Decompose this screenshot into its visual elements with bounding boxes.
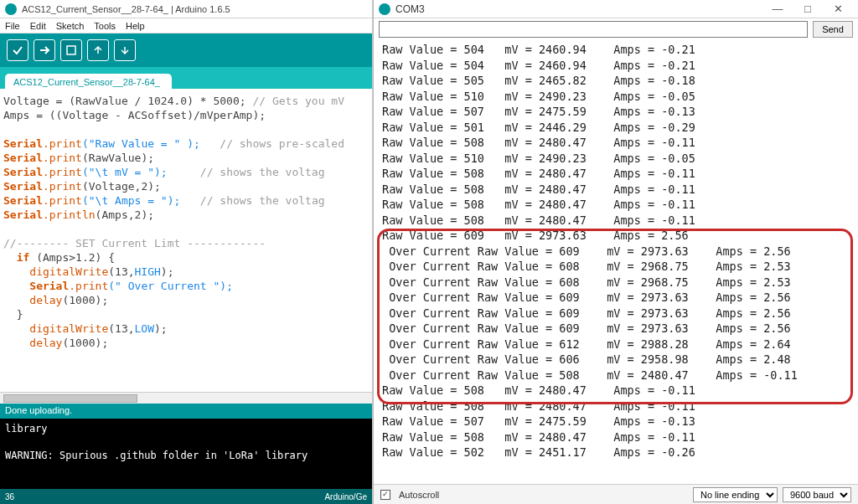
menu-help[interactable]: Help [126,21,145,31]
menu-tools[interactable]: Tools [94,21,116,31]
menu-sketch[interactable]: Sketch [56,21,85,31]
console-line: library [5,423,48,435]
arduino-ide-window: ACS12_Current_Sensor__28-7-64_ | Arduino… [0,0,373,504]
ide-menubar: File Edit Sketch Tools Help [0,18,372,33]
svg-rect-0 [67,46,75,54]
monitor-input-row: Send [374,18,858,40]
code-comment: // Gets you mV [252,95,344,107]
menu-edit[interactable]: Edit [30,21,46,31]
ide-toolbar [0,33,372,67]
monitor-titlebar: COM3 — □ ✕ [374,0,858,18]
send-button[interactable]: Send [813,21,853,38]
monitor-title: COM3 [395,3,425,15]
serial-output[interactable]: Raw Value = 504 mV = 2460.94 Amps = -0.2… [374,40,858,484]
maximize-button[interactable]: □ [793,1,823,18]
open-sketch-button[interactable] [87,39,109,61]
verify-button[interactable] [7,39,28,61]
autoscroll-label: Autoscroll [399,490,439,500]
ide-tabbar: ACS12_Current_Sensor__28-7-64_ [0,67,372,89]
ide-status-bar: Done uploading. [0,404,372,419]
sketch-tab[interactable]: ACS12_Current_Sensor__28-7-64_ [5,74,172,89]
autoscroll-checkbox[interactable]: ✓ [380,490,390,500]
save-sketch-button[interactable] [114,39,136,61]
arduino-logo-icon [5,3,17,15]
line-ending-select[interactable]: No line ending [693,487,778,502]
ide-footer: 36 Arduino/Ge [0,489,372,504]
minimize-button[interactable]: — [762,1,793,18]
serial-input[interactable] [379,21,808,38]
close-button[interactable]: ✕ [823,1,853,18]
baud-select[interactable]: 9600 baud [783,487,851,502]
ide-title: ACS12_Current_Sensor__28-7-64_ | Arduino… [22,4,230,14]
code-line: Amps = ((Voltage - ACSoffset)/mVperAmp); [3,109,266,121]
monitor-bottom-bar: ✓ Autoscroll No line ending 9600 baud [374,484,858,504]
ide-titlebar: ACS12_Current_Sensor__28-7-64_ | Arduino… [0,0,372,18]
footer-line-number: 36 [5,492,14,501]
code-editor[interactable]: Voltage = (RawValue / 1024.0) * 5000; //… [0,89,372,392]
new-sketch-button[interactable] [60,39,82,61]
arduino-logo-icon [379,3,390,15]
editor-scrollbar[interactable] [0,392,372,404]
console-line: WARNING: Spurious .github folder in 'LoR… [5,450,308,461]
menu-file[interactable]: File [5,21,20,31]
ide-console: library WARNING: Spurious .github folder… [0,419,372,489]
serial-monitor-window: COM3 — □ ✕ Send Raw Value = 504 mV = 246… [373,0,858,504]
upload-button[interactable] [34,39,55,61]
code-line: Voltage = (RawValue / 1024.0) * 5000; [3,95,252,107]
scrollbar-thumb[interactable] [3,394,137,403]
footer-board-info: Arduino/Ge [324,492,367,501]
